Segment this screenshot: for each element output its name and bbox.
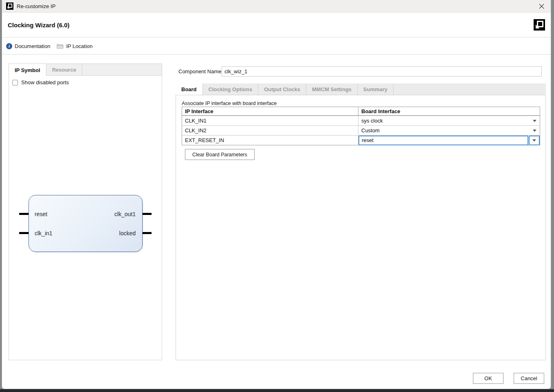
tab-summary-label: Summary bbox=[363, 86, 387, 92]
xilinx-logo-icon bbox=[6, 2, 13, 10]
close-icon bbox=[539, 4, 544, 9]
combo-value: reset bbox=[358, 136, 528, 145]
show-disabled-ports-checkbox[interactable] bbox=[12, 80, 18, 85]
board-tab-content: Associate IP interface with board interf… bbox=[176, 95, 546, 360]
port-stub-locked bbox=[143, 232, 152, 234]
clear-board-parameters-button[interactable]: Clear Board Parameters bbox=[185, 149, 255, 160]
tab-output-clocks[interactable]: Output Clocks bbox=[258, 83, 306, 95]
port-label-locked: locked bbox=[119, 230, 136, 237]
tab-mmcm-settings[interactable]: MMCM Settings bbox=[306, 83, 358, 95]
component-name-input[interactable] bbox=[222, 66, 542, 77]
folder-icon bbox=[57, 43, 64, 49]
board-interface-combo-clk-in2[interactable]: Custom bbox=[358, 126, 540, 135]
ip-location-label: IP Location bbox=[66, 43, 92, 49]
ip-interface-cell: CLK_IN1 bbox=[182, 116, 358, 125]
info-icon: i bbox=[6, 43, 12, 49]
documentation-button[interactable]: i Documentation bbox=[6, 43, 50, 49]
port-stub-clk-out1 bbox=[143, 213, 152, 215]
table-row-selected: EXT_RESET_IN reset bbox=[182, 135, 540, 145]
header-ip-interface: IP Interface bbox=[182, 107, 358, 115]
ok-button[interactable]: OK bbox=[473, 373, 503, 384]
close-button[interactable] bbox=[536, 1, 547, 11]
recustomize-ip-dialog: Re-customize IP Clocking Wizard (6.0) i … bbox=[2, 0, 551, 389]
component-name-label: Component Name bbox=[178, 68, 222, 74]
port-label-clk-in1: clk_in1 bbox=[35, 230, 53, 237]
port-stub-clk-in1 bbox=[19, 232, 29, 234]
toolbar: i Documentation IP Location bbox=[2, 38, 551, 55]
tab-mmcm-settings-label: MMCM Settings bbox=[312, 86, 352, 92]
associate-caption: Associate IP interface with board interf… bbox=[182, 101, 277, 106]
ip-location-button[interactable]: IP Location bbox=[57, 43, 92, 49]
left-tabstrip: IP Symbol Resource bbox=[9, 64, 162, 76]
board-interface-combo-clk-in1[interactable]: sys clock bbox=[358, 116, 540, 125]
table-row: CLK_IN2 Custom bbox=[182, 125, 540, 135]
interface-table: IP Interface Board Interface CLK_IN1 sys… bbox=[182, 107, 540, 145]
xilinx-brand-logo-icon bbox=[534, 19, 545, 31]
background-strip bbox=[0, 389, 554, 392]
config-tabstrip: Board Clocking Options Output Clocks MMC… bbox=[176, 83, 546, 95]
tab-ip-symbol[interactable]: IP Symbol bbox=[9, 64, 46, 76]
table-header-row: IP Interface Board Interface bbox=[182, 107, 540, 116]
configuration-panel: Component Name Board Clocking Options Ou… bbox=[176, 64, 546, 360]
page-title: Clocking Wizard (6.0) bbox=[8, 22, 70, 28]
ip-interface-cell: EXT_RESET_IN bbox=[182, 136, 358, 145]
tab-resource-label: Resource bbox=[52, 67, 76, 73]
window-title: Re-customize IP bbox=[17, 3, 55, 9]
tab-board[interactable]: Board bbox=[176, 83, 203, 95]
cancel-button[interactable]: Cancel bbox=[514, 373, 544, 384]
tab-resource[interactable]: Resource bbox=[46, 64, 82, 76]
dropdown-button[interactable] bbox=[529, 136, 540, 145]
dropdown-arrow-icon bbox=[533, 129, 536, 132]
combo-value: sys clock bbox=[361, 118, 383, 124]
header: Clocking Wizard (6.0) bbox=[2, 13, 551, 37]
dropdown-arrow-icon bbox=[532, 139, 536, 142]
documentation-label: Documentation bbox=[15, 43, 50, 49]
port-stub-reset bbox=[19, 213, 29, 215]
header-board-interface: Board Interface bbox=[358, 107, 540, 115]
dropdown-arrow-icon bbox=[533, 120, 536, 122]
port-label-clk-out1: clk_out1 bbox=[114, 210, 136, 218]
board-interface-combo-ext-reset-in[interactable]: reset bbox=[358, 136, 540, 145]
show-disabled-ports-row: Show disabled ports bbox=[12, 79, 69, 85]
titlebar: Re-customize IP bbox=[2, 0, 551, 13]
tab-clocking-options-label: Clocking Options bbox=[209, 86, 253, 92]
show-disabled-ports-label: Show disabled ports bbox=[21, 79, 69, 85]
ip-symbol-block bbox=[29, 195, 143, 252]
tab-clocking-options[interactable]: Clocking Options bbox=[203, 83, 259, 95]
ip-symbol-panel: IP Symbol Resource Show disabled ports r… bbox=[9, 64, 162, 360]
ip-interface-cell: CLK_IN2 bbox=[182, 126, 358, 135]
tab-ip-symbol-label: IP Symbol bbox=[15, 67, 40, 73]
tab-summary[interactable]: Summary bbox=[358, 83, 394, 95]
tab-board-label: Board bbox=[181, 86, 197, 92]
table-row: CLK_IN1 sys clock bbox=[182, 116, 540, 125]
combo-value: Custom bbox=[361, 127, 380, 134]
port-label-reset: reset bbox=[35, 210, 47, 218]
tab-output-clocks-label: Output Clocks bbox=[264, 86, 300, 92]
